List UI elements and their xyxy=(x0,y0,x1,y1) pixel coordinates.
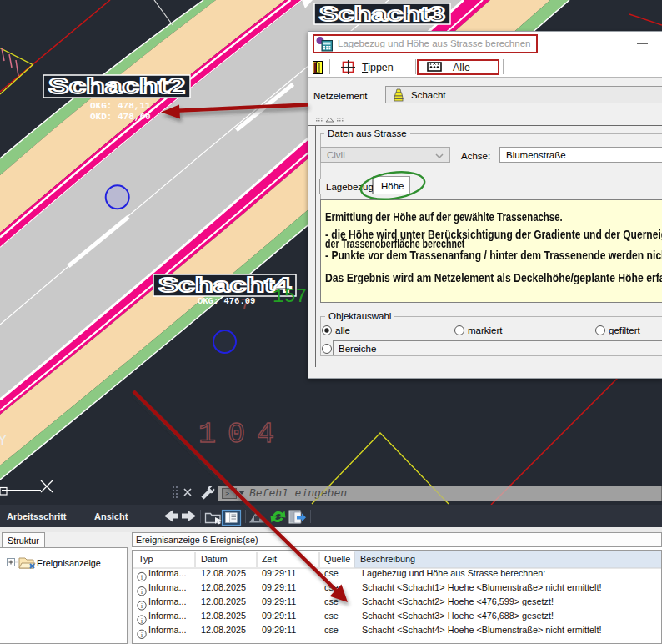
svg-text:i: i xyxy=(141,631,143,639)
svg-text:i: i xyxy=(141,601,143,610)
svg-text:OKD: 478,60: OKD: 478,60 xyxy=(90,112,151,122)
svg-text:157: 157 xyxy=(273,286,307,308)
svg-text:OKG: 476.09: OKG: 476.09 xyxy=(198,296,255,306)
svg-text:Y: Y xyxy=(0,431,8,450)
svg-text:104: 104 xyxy=(198,418,286,451)
svg-text:Schacht2: Schacht2 xyxy=(48,74,185,98)
svg-text:i: i xyxy=(141,587,143,596)
svg-text:i: i xyxy=(141,616,143,625)
svg-text:i: i xyxy=(141,573,143,581)
svg-text:Schacht4: Schacht4 xyxy=(158,274,292,296)
svg-text:Schacht3: Schacht3 xyxy=(319,3,445,25)
svg-text:OKG: 478,11: OKG: 478,11 xyxy=(90,101,151,111)
